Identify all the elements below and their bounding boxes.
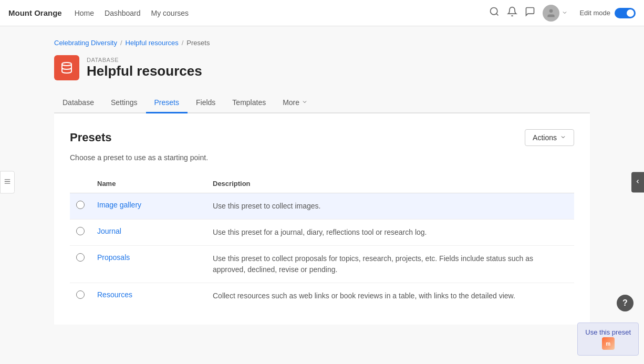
notifications-icon[interactable] <box>507 6 517 19</box>
breadcrumb-helpful-resources[interactable]: Helpful resources <box>126 39 179 47</box>
content-area: Presets Actions Choose a preset to use a… <box>54 113 590 325</box>
tab-fields[interactable]: Fields <box>188 93 224 113</box>
brand-logo: Mount Orange <box>8 8 62 17</box>
row-name-cell: Proposals <box>91 246 206 283</box>
help-button[interactable]: ? <box>617 295 633 311</box>
breadcrumb-sep-2: / <box>182 39 184 47</box>
preset-radio-image-gallery[interactable] <box>76 201 85 209</box>
page-header: DATABASE Helpful resources <box>54 55 590 80</box>
database-icon <box>54 55 79 80</box>
svg-point-6 <box>62 63 71 66</box>
use-preset-label: Use this preset <box>585 328 631 336</box>
messages-icon[interactable] <box>525 6 535 19</box>
chevron-down-icon <box>562 9 568 17</box>
row-desc-cell: Use this preset to collect images. <box>206 193 574 220</box>
chevron-down-icon <box>302 98 308 107</box>
edit-mode-label: Edit mode <box>579 9 610 17</box>
row-desc-cell: Use this preset for a journal, diary, re… <box>206 220 574 246</box>
preset-link-proposals[interactable]: Proposals <box>97 253 130 262</box>
row-name-cell: Journal <box>91 220 206 246</box>
preset-link-image-gallery[interactable]: Image gallery <box>97 201 141 209</box>
row-select-cell <box>70 246 91 283</box>
actions-label: Actions <box>533 133 557 142</box>
actions-chevron-icon <box>560 133 566 142</box>
col-description: Description <box>206 174 574 193</box>
preset-link-resources[interactable]: Resources <box>97 290 132 299</box>
database-label: DATABASE <box>87 57 202 63</box>
description-text: Choose a preset to use as a starting poi… <box>70 153 574 162</box>
presets-table: Name Description Image gallery Use this … <box>70 174 574 309</box>
actions-button[interactable]: Actions <box>525 129 574 146</box>
breadcrumb: Celebrating Diversity / Helpful resource… <box>54 39 590 47</box>
section-title: Presets <box>70 131 112 144</box>
edit-mode-toggle[interactable]: Edit mode <box>579 8 636 18</box>
nav-dashboard[interactable]: Dashboard <box>105 9 141 17</box>
row-desc-cell: Use this preset to collect proposals for… <box>206 246 574 283</box>
row-select-cell <box>70 220 91 246</box>
preset-radio-proposals[interactable] <box>76 253 85 262</box>
table-row: Image gallery Use this preset to collect… <box>70 193 574 220</box>
row-name-cell: Resources <box>91 283 206 309</box>
col-name: Name <box>91 174 206 193</box>
tab-settings[interactable]: Settings <box>102 93 146 113</box>
row-name-cell: Image gallery <box>91 193 206 220</box>
table-header: Name Description <box>70 174 574 193</box>
nav-links: Home Dashboard My courses <box>75 9 189 17</box>
col-select <box>70 174 91 193</box>
table-row: Journal Use this preset for a journal, d… <box>70 220 574 246</box>
table-row: Resources Collect resources such as web … <box>70 283 574 309</box>
preset-desc-image-gallery: Use this preset to collect images. <box>213 202 320 210</box>
nav-home[interactable]: Home <box>75 9 94 17</box>
row-select-cell <box>70 283 91 309</box>
table-row: Proposals Use this preset to collect pro… <box>70 246 574 283</box>
user-avatar-menu[interactable] <box>543 5 568 22</box>
edit-mode-switch[interactable] <box>615 8 636 18</box>
use-preset-button[interactable]: Use this preset m <box>577 323 639 337</box>
avatar <box>543 5 559 22</box>
page-title: Helpful resources <box>87 63 202 79</box>
breadcrumb-sep-1: / <box>120 39 122 47</box>
sidebar-toggle-button[interactable] <box>0 171 15 193</box>
tab-database[interactable]: Database <box>54 93 102 113</box>
tabs-bar: Database Settings Presets Fields Templat… <box>54 93 590 113</box>
search-icon[interactable] <box>489 6 500 19</box>
svg-point-2 <box>549 9 553 13</box>
breadcrumb-current: Presets <box>186 39 210 47</box>
breadcrumb-celebrating-diversity[interactable]: Celebrating Diversity <box>54 39 117 47</box>
row-desc-cell: Collect resources such as web links or b… <box>206 283 574 309</box>
top-navigation: Mount Orange Home Dashboard My courses E… <box>0 0 644 26</box>
preset-desc-resources: Collect resources such as web links or b… <box>213 292 515 300</box>
nav-my-courses[interactable]: My courses <box>151 9 189 17</box>
preset-desc-journal: Use this preset for a journal, diary, re… <box>213 228 427 236</box>
row-select-cell <box>70 193 91 220</box>
svg-line-1 <box>496 14 498 16</box>
preset-radio-resources[interactable] <box>76 290 85 299</box>
preset-desc-proposals: Use this preset to collect proposals for… <box>213 254 533 274</box>
topnav-right: Edit mode <box>489 5 636 22</box>
right-panel-toggle[interactable] <box>631 172 644 192</box>
table-header-row: Name Description <box>70 174 574 193</box>
preset-link-journal[interactable]: Journal <box>97 227 121 235</box>
table-body: Image gallery Use this preset to collect… <box>70 193 574 309</box>
tab-more-label: More <box>283 98 299 107</box>
preset-radio-journal[interactable] <box>76 227 85 235</box>
tab-more[interactable]: More <box>274 93 316 113</box>
svg-point-0 <box>491 8 497 15</box>
tab-templates[interactable]: Templates <box>224 93 274 113</box>
tab-presets[interactable]: Presets <box>146 93 188 113</box>
page-header-text: DATABASE Helpful resources <box>87 57 202 79</box>
section-header: Presets Actions <box>70 129 574 146</box>
main-content: Celebrating Diversity / Helpful resource… <box>33 26 611 337</box>
